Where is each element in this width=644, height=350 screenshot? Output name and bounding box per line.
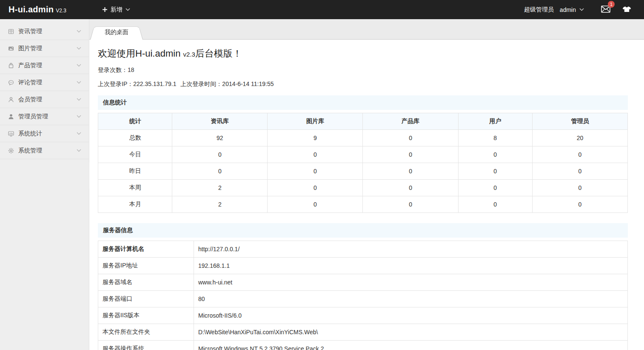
table-row: 服务器域名 www.h-ui.net xyxy=(98,274,628,291)
server-row-label: 本文件所在文件夹 xyxy=(98,324,194,341)
stats-cell: 0 xyxy=(268,180,363,196)
picture-icon xyxy=(8,45,14,52)
welcome-suffix: 后台模版！ xyxy=(195,48,242,59)
stats-cell: 0 xyxy=(458,180,532,196)
role-label: 超级管理员 xyxy=(524,6,554,14)
news-icon xyxy=(8,28,14,35)
welcome-text: 欢迎使用H-ui.admin xyxy=(98,48,180,59)
stats-header-cell: 统计 xyxy=(98,113,172,130)
chevron-down-icon xyxy=(77,30,81,33)
stats-cell: 2 xyxy=(172,180,268,196)
stats-header-cell: 资讯库 xyxy=(172,113,268,130)
login-count-value: 18 xyxy=(128,66,134,73)
last-ip-label: 上次登录IP： xyxy=(98,80,133,87)
sidebar-item-label: 评论管理 xyxy=(18,79,42,86)
comment-icon xyxy=(8,79,14,86)
server-panel-title: 服务器信息 xyxy=(98,223,628,238)
sidebar-item-members[interactable]: 会员管理 xyxy=(0,91,89,108)
topbar-right: 超级管理员 admin 1 xyxy=(524,6,644,14)
stats-cell: 0 xyxy=(363,130,458,146)
server-row-label: 服务器域名 xyxy=(98,274,194,291)
stats-table: 统计 资讯库 图片库 产品库 用户 管理员 总数 92 9 0 8 xyxy=(98,113,628,213)
gear-icon xyxy=(8,147,14,154)
sidebar: 资讯管理 图片管理 产品管理 评论管理 xyxy=(0,19,89,350)
table-row: 昨日 0 0 0 0 0 xyxy=(98,163,628,180)
table-row: 服务器操作系统 Microsoft Windows NT 5.2.3790 Se… xyxy=(98,341,628,350)
stats-cell: 0 xyxy=(363,180,458,196)
stats-cell: 9 xyxy=(268,130,363,146)
sidebar-item-comments[interactable]: 评论管理 xyxy=(0,74,89,91)
server-row-label: 服务器计算机名 xyxy=(98,241,194,258)
server-row-label: 服务器IIS版本 xyxy=(98,307,194,324)
stats-cell: 本周 xyxy=(98,180,172,196)
server-row-label: 服务器IP地址 xyxy=(98,258,194,274)
stats-cell: 20 xyxy=(532,130,627,146)
stats-cell: 0 xyxy=(363,146,458,163)
sidebar-item-system[interactable]: 系统管理 xyxy=(0,142,89,159)
sidebar-menu: 资讯管理 图片管理 产品管理 评论管理 xyxy=(0,19,89,159)
stats-cell: 今日 xyxy=(98,146,172,163)
username: admin xyxy=(560,6,576,13)
mail-button[interactable]: 1 xyxy=(601,6,610,14)
chevron-down-icon xyxy=(125,8,130,11)
sidebar-item-label: 产品管理 xyxy=(18,62,42,69)
table-row: 服务器IIS版本 Microsoft-IIS/6.0 xyxy=(98,307,628,324)
stats-cell: 8 xyxy=(458,130,532,146)
server-row-value: 80 xyxy=(194,291,628,307)
stats-cell: 0 xyxy=(363,163,458,180)
last-time-value: 2014-6-14 11:19:55 xyxy=(222,80,274,87)
sidebar-item-label: 管理员管理 xyxy=(18,113,48,120)
main-area: 我的桌面 欢迎使用H-ui.adminv2.3后台模版！ 登录次数：18 上次登… xyxy=(89,19,644,350)
stats-cell: 0 xyxy=(458,163,532,180)
chevron-down-icon xyxy=(77,149,81,152)
welcome-version: v2.3 xyxy=(183,51,195,58)
sidebar-item-products[interactable]: 产品管理 xyxy=(0,57,89,74)
server-row-value: 192.168.1.1 xyxy=(194,258,628,274)
stats-header-cell: 管理员 xyxy=(532,113,627,130)
server-row-value: Microsoft Windows NT 5.2.3790 Service Pa… xyxy=(194,341,628,350)
table-row: 总数 92 9 0 8 20 xyxy=(98,130,628,146)
chevron-down-icon xyxy=(77,98,81,101)
table-row: 本文件所在文件夹 D:\WebSite\HanXiPuTai.com\XinYi… xyxy=(98,324,628,341)
server-row-value: www.h-ui.net xyxy=(194,274,628,291)
sidebar-item-statistics[interactable]: 系统统计 xyxy=(0,125,89,142)
brand-name: H-ui.admin xyxy=(9,5,54,14)
sidebar-item-label: 图片管理 xyxy=(18,45,42,52)
sidebar-item-admins[interactable]: 管理员管理 xyxy=(0,108,89,125)
server-row-label: 服务器操作系统 xyxy=(98,341,194,350)
sidebar-item-pictures[interactable]: 图片管理 xyxy=(0,40,89,57)
table-header-row: 统计 资讯库 图片库 产品库 用户 管理员 xyxy=(98,113,628,130)
user-outline-icon xyxy=(8,96,14,103)
user-solid-icon xyxy=(8,113,14,120)
stats-cell: 0 xyxy=(268,146,363,163)
stats-cell: 0 xyxy=(268,196,363,213)
login-count-line: 登录次数：18 xyxy=(98,66,628,74)
server-row-value: Microsoft-IIS/6.0 xyxy=(194,307,628,324)
chevron-down-icon xyxy=(77,47,81,50)
last-ip-value: 222.35.131.79.1 xyxy=(133,80,176,87)
stats-panel: 信息统计 统计 资讯库 图片库 产品库 用户 管理员 xyxy=(98,95,628,213)
server-row-value: http://127.0.0.1/ xyxy=(194,241,628,258)
stats-cell: 0 xyxy=(363,196,458,213)
stats-cell: 92 xyxy=(172,130,268,146)
last-time-label: 上次登录时间： xyxy=(180,80,222,87)
account-dropdown[interactable]: admin xyxy=(560,6,584,13)
table-row: 本月 2 0 0 0 0 xyxy=(98,196,628,213)
brand-version: V2.3 xyxy=(56,8,66,14)
new-menu-button[interactable]: 新增 xyxy=(99,0,134,19)
sidebar-item-news[interactable]: 资讯管理 xyxy=(0,23,89,40)
chevron-down-icon xyxy=(579,8,584,11)
table-row: 今日 0 0 0 0 0 xyxy=(98,146,628,163)
stats-header-cell: 产品库 xyxy=(363,113,458,130)
stats-cell: 2 xyxy=(172,196,268,213)
table-row: 服务器端口 80 xyxy=(98,291,628,307)
tab-my-desktop[interactable]: 我的桌面 xyxy=(90,24,143,40)
tshirt-icon xyxy=(622,6,631,14)
sidebar-item-label: 会员管理 xyxy=(18,96,42,103)
stats-cell: 0 xyxy=(532,163,627,180)
chevron-down-icon xyxy=(77,81,81,84)
theme-button[interactable] xyxy=(622,6,631,14)
sidebar-item-label: 资讯管理 xyxy=(18,28,42,35)
content: 欢迎使用H-ui.adminv2.3后台模版！ 登录次数：18 上次登录IP：2… xyxy=(89,40,644,350)
stats-cell: 总数 xyxy=(98,130,172,146)
